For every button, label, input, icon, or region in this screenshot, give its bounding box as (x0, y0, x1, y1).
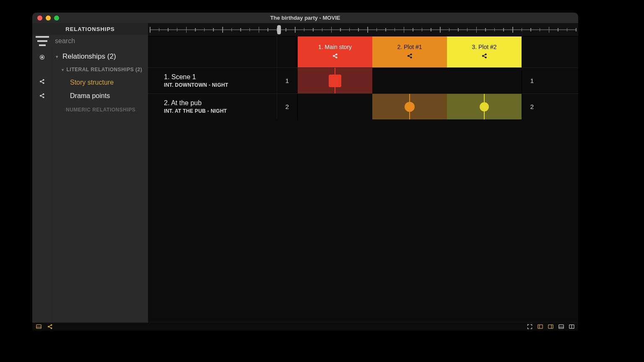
share-icon (407, 53, 413, 60)
svg-point-5 (40, 81, 41, 82)
tree-root-label: Relationships (2) (62, 52, 116, 61)
tree-item-drama-points[interactable]: Drama points (52, 89, 147, 103)
panel-bottom-icon[interactable] (36, 323, 42, 330)
plot-cell[interactable] (298, 94, 372, 119)
svg-rect-35 (36, 325, 41, 328)
app-window: The birthday party - MOVIE RELATIONSHIPS (32, 13, 578, 331)
panel-bottom-icon[interactable] (558, 323, 564, 330)
tree-group-label: LITERAL RELATIONSHIPS (2) (67, 67, 143, 72)
window-controls (37, 16, 59, 21)
close-icon[interactable] (37, 16, 42, 21)
svg-line-28 (483, 54, 485, 56)
sidebar: RELATIONSHIPS (32, 23, 148, 331)
svg-line-41 (49, 327, 51, 328)
svg-point-27 (485, 57, 486, 58)
ruler-handle[interactable] (277, 25, 281, 34)
share-icon[interactable] (32, 74, 52, 88)
plot-cell[interactable] (298, 68, 372, 93)
tree-item-story-structure[interactable]: Story structure (52, 76, 147, 89)
panel-left-icon[interactable] (537, 323, 543, 330)
timeline-ruler[interactable] (148, 23, 578, 36)
svg-point-6 (43, 79, 44, 80)
svg-point-4 (42, 56, 43, 58)
svg-line-18 (334, 54, 336, 56)
zoom-icon[interactable] (54, 16, 59, 21)
num-header-right (522, 36, 542, 67)
scene-info[interactable]: 1. Scene 1 INT. DOWNTOWN - NIGHT (148, 68, 277, 93)
svg-line-14 (41, 96, 43, 97)
plot-header-plot-1[interactable]: 2. Plot #1 (372, 36, 447, 67)
plot-cell[interactable] (447, 94, 522, 119)
scene-info[interactable]: 2. At the pub INT. AT THE PUB - NIGHT (148, 94, 277, 119)
plot-cell[interactable] (447, 68, 522, 93)
svg-rect-44 (548, 325, 553, 328)
search-input[interactable] (52, 37, 148, 45)
titlebar: The birthday party - MOVIE (32, 13, 578, 23)
svg-point-10 (40, 95, 41, 96)
main-panel: 1. Main story 2. Plot #1 3. Plot #2 (148, 23, 578, 331)
panel-right-icon[interactable] (548, 323, 554, 330)
svg-line-19 (334, 56, 336, 57)
grid-column-headers: 1. Main story 2. Plot #1 3. Plot #2 (148, 36, 578, 67)
scene-row[interactable]: 2. At the pub INT. AT THE PUB - NIGHT 2 … (148, 93, 578, 119)
status-bar (32, 323, 578, 331)
svg-line-23 (409, 54, 410, 56)
plot-header-label: 1. Main story (318, 44, 352, 50)
share-icon (332, 53, 338, 60)
minimize-icon[interactable] (46, 16, 51, 21)
scene-number-left: 2 (277, 94, 298, 119)
scene-title: 2. At the pub (164, 99, 272, 107)
svg-point-25 (482, 55, 483, 57)
tree-group-numeric[interactable]: NUMERIC RELATIONSHIPS (52, 103, 147, 116)
panel-split-icon[interactable] (569, 323, 575, 330)
tree-item-label: Story structure (70, 79, 114, 86)
svg-point-26 (485, 54, 486, 55)
scene-number-right: 2 (522, 94, 542, 119)
svg-point-39 (51, 328, 52, 329)
svg-point-15 (333, 55, 334, 57)
svg-point-7 (43, 82, 44, 83)
window-title: The birthday party - MOVIE (32, 15, 578, 21)
plot-marker-circle[interactable] (405, 102, 415, 112)
plot-marker-square[interactable] (329, 75, 341, 87)
plot-marker-circle[interactable] (480, 102, 489, 111)
sidebar-search-row (32, 35, 148, 47)
svg-point-12 (43, 96, 44, 98)
scene-number-left: 1 (277, 68, 298, 93)
svg-point-21 (410, 54, 412, 55)
sidebar-tree: ▾ Relationships (2) ▾ LITERAL RELATIONSH… (52, 47, 148, 331)
target-icon[interactable] (32, 50, 52, 64)
plot-cell[interactable] (372, 94, 447, 119)
sidebar-icon-column (32, 47, 52, 331)
share-icon (481, 53, 488, 60)
plot-header-main-story[interactable]: 1. Main story (298, 36, 372, 67)
share-icon[interactable] (47, 323, 53, 330)
chevron-down-icon: ▾ (62, 67, 64, 72)
menu-icon[interactable] (32, 31, 52, 51)
svg-line-24 (409, 56, 410, 57)
svg-point-16 (336, 54, 337, 55)
share-icon[interactable] (32, 88, 52, 103)
svg-line-29 (483, 56, 485, 57)
tree-root-relationships[interactable]: ▾ Relationships (2) (52, 50, 147, 63)
plot-header-plot-2[interactable]: 3. Plot #2 (447, 36, 522, 67)
scene-title: 1. Scene 1 (164, 73, 272, 81)
svg-point-37 (48, 326, 49, 327)
svg-point-22 (410, 57, 412, 58)
scene-row[interactable]: 1. Scene 1 INT. DOWNTOWN - NIGHT 1 1 (148, 67, 578, 93)
svg-point-20 (408, 55, 409, 57)
relationship-grid: 1. Main story 2. Plot #1 3. Plot #2 (148, 36, 578, 321)
ruler-ticks (150, 27, 576, 33)
scene-header-blank (148, 36, 277, 67)
plot-cell[interactable] (372, 68, 447, 93)
plot-header-label: 3. Plot #2 (472, 44, 496, 50)
scene-slugline: INT. AT THE PUB - NIGHT (164, 108, 272, 114)
tree-group-label: NUMERIC RELATIONSHIPS (66, 107, 135, 113)
svg-point-17 (336, 57, 337, 58)
scene-slugline: INT. DOWNTOWN - NIGHT (164, 82, 272, 88)
svg-line-40 (49, 325, 51, 326)
svg-line-13 (41, 94, 43, 96)
fullscreen-icon[interactable] (527, 323, 533, 330)
tree-item-label: Drama points (70, 92, 110, 99)
tree-group-literal[interactable]: ▾ LITERAL RELATIONSHIPS (2) (52, 63, 147, 76)
